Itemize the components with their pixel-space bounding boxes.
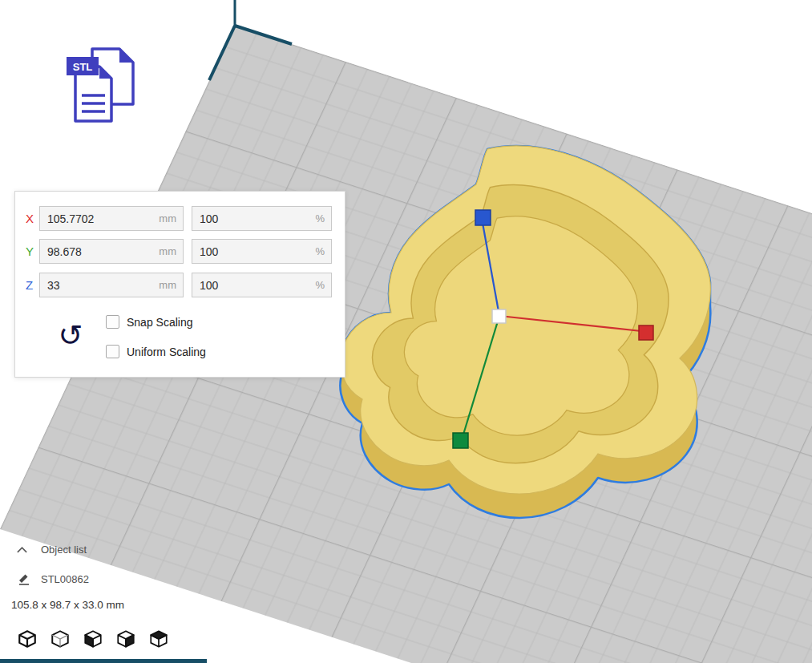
- axis-label-x: X: [26, 206, 40, 231]
- snap-scaling-row: Snap Scaling: [106, 315, 193, 329]
- stl-file-icon: STL: [67, 46, 142, 123]
- scale-handle-y[interactable]: [453, 433, 468, 448]
- y-size-input[interactable]: [39, 239, 184, 264]
- y-percent-field: %: [192, 239, 332, 264]
- x-percent-field: %: [192, 206, 332, 231]
- stl-file-badge: STL: [67, 46, 142, 123]
- scale-row-x: X mm %: [15, 206, 345, 231]
- uniform-scaling-row: Uniform Scaling: [106, 345, 206, 358]
- snap-scaling-label: Snap Scaling: [127, 316, 193, 329]
- stl-badge-label: STL: [73, 61, 93, 73]
- object-dimensions: 105.8 x 98.7 x 33.0 mm: [11, 599, 124, 611]
- z-size-field: mm: [39, 273, 184, 297]
- object-list-item[interactable]: STL00862: [18, 572, 89, 585]
- z-size-input[interactable]: [39, 273, 184, 297]
- x-percent-input[interactable]: [192, 206, 332, 231]
- axis-label-z: Z: [26, 273, 40, 297]
- y-percent-input[interactable]: [192, 239, 332, 264]
- view-right-button[interactable]: [115, 629, 136, 650]
- view-3d-button[interactable]: [16, 629, 38, 650]
- view-left-icon: [83, 629, 103, 649]
- view-left-button[interactable]: [82, 629, 103, 650]
- object-list-header[interactable]: Object list: [16, 544, 87, 556]
- reset-icon: ↺: [58, 318, 83, 353]
- scale-handle-center[interactable]: [492, 309, 506, 323]
- view-right-icon: [115, 629, 136, 649]
- view-top-icon: [148, 629, 169, 649]
- scale-handle-x[interactable]: [639, 325, 653, 340]
- y-size-field: mm: [39, 239, 184, 264]
- collapse-chevron-icon: [16, 546, 28, 554]
- view-front-button[interactable]: [49, 629, 71, 650]
- reset-scale-button[interactable]: ↺: [53, 318, 88, 354]
- view-toolbar: [16, 629, 169, 650]
- x-size-input[interactable]: [39, 206, 184, 231]
- z-percent-field: %: [192, 273, 332, 297]
- pencil-icon: [18, 572, 31, 585]
- scale-row-z: Z mm %: [15, 273, 345, 297]
- buildplate-edge-marker: [0, 659, 207, 663]
- view-3d-icon: [17, 629, 38, 649]
- axis-label-y: Y: [26, 239, 40, 264]
- uniform-scaling-checkbox[interactable]: [106, 345, 119, 358]
- scale-tool-panel: X mm % Y mm % Z mm % ↺: [14, 191, 345, 378]
- z-percent-input[interactable]: [192, 273, 332, 297]
- x-size-field: mm: [39, 206, 184, 231]
- view-top-button[interactable]: [147, 629, 169, 650]
- object-list-title: Object list: [41, 544, 87, 556]
- scale-row-y: Y mm %: [15, 239, 345, 264]
- view-front-icon: [50, 629, 71, 649]
- object-name: STL00862: [41, 573, 89, 585]
- scale-handle-z[interactable]: [475, 210, 491, 225]
- uniform-scaling-label: Uniform Scaling: [127, 346, 206, 358]
- snap-scaling-checkbox[interactable]: [106, 315, 119, 329]
